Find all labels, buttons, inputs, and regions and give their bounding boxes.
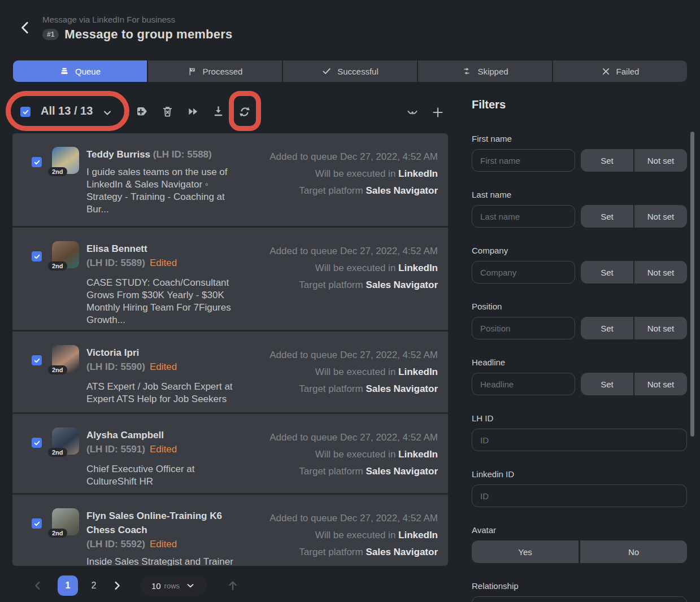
avatar: 2nd (52, 427, 79, 455)
position-not-set-button[interactable]: Not set (634, 317, 687, 339)
refresh-icon (238, 105, 251, 119)
edited-flag: Edited (150, 361, 177, 372)
target-platform: Sales Navigator (366, 383, 438, 394)
target-platform: Sales Navigator (366, 185, 438, 196)
filter-avatar: Avatar YesNo (472, 525, 687, 563)
avatar-no-button[interactable]: No (580, 540, 687, 563)
degree-badge: 2nd (48, 167, 67, 176)
lh-id: (LH ID: 5589) (86, 258, 145, 268)
tab-skipped[interactable]: Skipped (418, 60, 552, 82)
fast-forward-icon (186, 105, 199, 118)
profile-name[interactable]: Elisa Bennett (86, 243, 147, 254)
target-platform-text: Target platform Sales Navigator (242, 544, 438, 561)
executed-in-text: Will be executed in LinkedIn (242, 260, 438, 277)
last-name-not-set-button[interactable]: Not set (634, 205, 687, 228)
x-cross-icon (601, 67, 611, 76)
lh-id-input[interactable] (472, 429, 687, 451)
tab-label: Failed (616, 67, 640, 76)
profile-name[interactable]: Flyn Sales Online-Training K6 Chess Coac… (86, 511, 222, 535)
tab-successful[interactable]: Successful (283, 60, 417, 82)
headline-input[interactable] (472, 373, 575, 395)
added-to-queue-text: Added to queue Dec 27, 2022, 4:52 AM (242, 243, 438, 260)
filters-scrollbar[interactable] (690, 132, 694, 437)
row-checkbox[interactable] (32, 518, 42, 529)
selection-dropdown-label[interactable]: All 13 / 13 (41, 104, 93, 117)
row-checkbox[interactable] (32, 251, 42, 261)
headline-not-set-button[interactable]: Not set (634, 373, 687, 395)
arrow-up-icon (226, 579, 240, 592)
page-button-1[interactable]: 1 (58, 575, 78, 596)
company-set-button[interactable]: Set (581, 261, 633, 283)
page-title: Message to group members (64, 27, 232, 42)
check-icon (33, 439, 41, 447)
delete-button[interactable] (161, 105, 175, 119)
queue-row[interactable]: 2nd Alysha Campbell (LH ID: 5591)Edited … (12, 414, 448, 493)
chevron-down-icon[interactable] (102, 107, 113, 119)
position-input[interactable] (472, 317, 575, 339)
tab-failed[interactable]: Failed (553, 60, 687, 82)
executed-in-text: Will be executed in LinkedIn (242, 527, 438, 544)
executed-platform: LinkedIn (398, 263, 438, 273)
row-checkbox[interactable] (32, 157, 42, 167)
added-to-queue-text: Added to queue Dec 27, 2022, 4:52 AM (242, 429, 438, 446)
position-set-button[interactable]: Set (581, 317, 633, 339)
fast-forward-button[interactable] (186, 105, 200, 119)
executed-platform: LinkedIn (398, 530, 438, 540)
executed-platform: LinkedIn (398, 168, 438, 179)
linkedin-id-input[interactable] (472, 485, 687, 507)
first-name-set-button[interactable]: Set (581, 149, 633, 172)
last-name-input[interactable] (472, 205, 575, 228)
first-name-input[interactable] (472, 149, 575, 172)
avatar: 2nd (52, 345, 79, 372)
row-checkbox[interactable] (32, 355, 42, 365)
filter-first-name: First name SetNot set (472, 134, 687, 172)
queue-row[interactable]: 2nd Victoria Ipri (LH ID: 5590)Edited AT… (12, 331, 448, 412)
queue-stack-icon (59, 66, 69, 76)
back-button[interactable] (18, 20, 33, 35)
prev-page-button[interactable] (32, 579, 44, 592)
profile-headline: Inside Sales Strategist and Trainer (86, 556, 242, 566)
scroll-to-top-button[interactable] (226, 579, 240, 592)
page-button-2[interactable]: 2 (84, 581, 104, 591)
filter-position: Position SetNot set (472, 302, 687, 339)
headline-set-button[interactable]: Set (581, 373, 633, 395)
row-checkbox[interactable] (32, 438, 42, 448)
rows-per-page-select[interactable]: 10 rows (140, 575, 207, 596)
profile-headline: ATS Expert / Job Search Expert at Expert… (86, 381, 242, 405)
refresh-button[interactable] (238, 105, 251, 119)
company-input[interactable] (472, 261, 575, 283)
last-name-set-button[interactable]: Set (581, 205, 633, 228)
add-item-button[interactable] (431, 106, 445, 119)
profile-name[interactable]: Alysha Campbell (86, 430, 164, 440)
degree-badge: 2nd (48, 365, 67, 374)
check-icon (33, 159, 41, 166)
tab-processed[interactable]: Processed (148, 60, 282, 82)
queue-row[interactable]: 2nd Elisa Bennett (LH ID: 5589)Edited CA… (12, 228, 448, 330)
download-icon (212, 105, 225, 118)
first-name-not-set-button[interactable]: Not set (634, 149, 687, 172)
target-platform-text: Target platform Sales Navigator (242, 381, 438, 398)
checkmark-icon (321, 66, 332, 76)
profile-name[interactable]: Victoria Ipri (86, 347, 139, 358)
relationship-input[interactable] (472, 596, 687, 602)
chevron-down-icon (185, 581, 195, 591)
queue-row[interactable]: 2nd Teddy Burriss (LH ID: 5588) I guide … (12, 133, 448, 226)
download-button[interactable] (212, 105, 225, 119)
tab-queue[interactable]: Queue (13, 60, 147, 82)
swap-arrows-icon (462, 66, 472, 76)
pagination: 1 2 10 rows (12, 573, 448, 599)
filter-headline: Headline SetNot set (472, 357, 687, 395)
queue-row[interactable]: 2nd Flyn Sales Online-Training K6 Chess … (12, 495, 448, 566)
company-not-set-button[interactable]: Not set (634, 261, 687, 283)
profile-name[interactable]: Teddy Burriss (86, 149, 150, 160)
tab-label: Skipped (477, 67, 508, 76)
add-to-queue-button[interactable] (135, 105, 149, 119)
avatar-yes-button[interactable]: Yes (472, 540, 579, 563)
select-all-checkbox[interactable] (20, 107, 31, 117)
collapse-rows-button[interactable] (406, 106, 419, 120)
plus-icon (431, 106, 445, 119)
next-page-button[interactable] (111, 579, 123, 592)
filters-panel: Filters First name SetNot set Last name … (472, 98, 687, 602)
executed-in-text: Will be executed in LinkedIn (242, 165, 438, 182)
target-platform-text: Target platform Sales Navigator (242, 182, 438, 199)
